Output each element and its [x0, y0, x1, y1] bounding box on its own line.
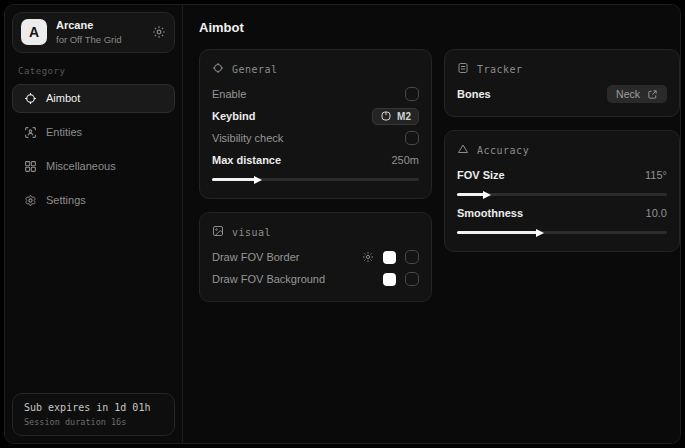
draw-fov-border-label: Draw FOV Border [212, 251, 299, 263]
sub-expires-text: Sub expires in 1d 01h [24, 402, 163, 413]
sidebar-item-settings[interactable]: Settings [12, 186, 175, 215]
enable-checkbox[interactable] [405, 87, 419, 101]
app-header-card: A Arcane for Off The Grid [12, 12, 175, 53]
visual-card: visual Draw FOV Border [199, 212, 432, 302]
fov-size-label: FOV Size [457, 169, 505, 181]
max-distance-value: 250m [391, 154, 419, 166]
draw-fov-border-row: Draw FOV Border [212, 246, 419, 268]
sidebar-item-label: Settings [46, 194, 86, 206]
draw-fov-border-checkbox[interactable] [405, 250, 419, 264]
accuracy-card-header: Accuracy [457, 143, 667, 157]
bones-row: Bones Neck [457, 83, 667, 105]
sidebar: A Arcane for Off The Grid Category Aimbo [5, 5, 183, 443]
keybind-value: M2 [397, 111, 411, 122]
fov-background-color-swatch[interactable] [383, 273, 396, 286]
main-panel: Aimbot General [183, 5, 681, 443]
max-distance-label: Max distance [212, 154, 281, 166]
general-card-header: General [212, 62, 419, 76]
keybind-row: Keybind M2 [212, 105, 419, 127]
session-duration-text: Session duration 16s [24, 417, 163, 427]
sidebar-item-entities[interactable]: Entities [12, 118, 175, 147]
slider-thumb[interactable] [536, 229, 544, 237]
gear-icon[interactable] [362, 251, 374, 263]
tracker-icon [457, 62, 469, 76]
crosshair-icon [212, 62, 224, 76]
bones-label: Bones [457, 88, 491, 100]
subscription-info-card: Sub expires in 1d 01h Session duration 1… [12, 393, 175, 436]
general-card: General Enable Keybind [199, 49, 432, 199]
max-distance-slider[interactable] [212, 178, 419, 181]
draw-fov-background-checkbox[interactable] [405, 272, 419, 286]
fov-border-color-swatch[interactable] [383, 251, 396, 264]
fov-size-row: FOV Size 115° [457, 164, 667, 186]
sidebar-item-label: Aimbot [46, 92, 80, 104]
category-label: Category [18, 66, 169, 76]
page-title: Aimbot [199, 20, 680, 35]
visual-card-header: visual [212, 225, 419, 239]
app-title-block: Arcane for Off The Grid [56, 19, 143, 46]
tracker-card: Tracker Bones Neck [444, 49, 680, 117]
sidebar-item-miscellaneous[interactable]: Miscellaneous [12, 152, 175, 181]
app-window: A Arcane for Off The Grid Category Aimbo [4, 4, 681, 444]
bones-value: Neck [616, 88, 640, 100]
visibility-check-row: Visibility check [212, 127, 419, 149]
settings-gear-icon [23, 194, 37, 207]
app-name: Arcane [56, 19, 143, 33]
fov-size-slider[interactable] [457, 193, 667, 196]
smoothness-slider[interactable] [457, 231, 667, 234]
expand-icon [647, 89, 658, 100]
grid-icon [23, 160, 37, 173]
sidebar-item-aimbot[interactable]: Aimbot [12, 84, 175, 113]
triangle-icon [457, 143, 469, 157]
mouse-icon [380, 111, 392, 121]
person-scan-icon [23, 126, 37, 139]
enable-label: Enable [212, 88, 246, 100]
app-subtitle: for Off The Grid [56, 34, 143, 46]
enable-row: Enable [212, 83, 419, 105]
slider-thumb[interactable] [483, 191, 491, 199]
max-distance-row: Max distance 250m [212, 149, 419, 171]
keybind-button[interactable]: M2 [372, 108, 419, 125]
accuracy-card: Accuracy FOV Size 115° Smoothness 10.0 [444, 130, 680, 252]
sidebar-item-label: Miscellaneous [46, 160, 116, 172]
image-icon [212, 225, 224, 239]
fov-size-value: 115° [645, 169, 667, 181]
smoothness-label: Smoothness [457, 207, 523, 219]
keybind-label: Keybind [212, 110, 255, 122]
sidebar-item-label: Entities [46, 126, 82, 138]
visibility-check-label: Visibility check [212, 132, 283, 144]
visibility-check-checkbox[interactable] [405, 131, 419, 145]
slider-thumb[interactable] [254, 176, 262, 184]
draw-fov-background-label: Draw FOV Background [212, 273, 325, 285]
app-logo: A [21, 19, 47, 45]
smoothness-row: Smoothness 10.0 [457, 202, 667, 224]
gear-icon[interactable] [152, 25, 166, 39]
crosshair-icon [23, 92, 37, 105]
tracker-card-header: Tracker [457, 62, 667, 76]
bones-select-button[interactable]: Neck [607, 85, 667, 103]
draw-fov-background-row: Draw FOV Background [212, 268, 419, 290]
smoothness-value: 10.0 [646, 207, 667, 219]
